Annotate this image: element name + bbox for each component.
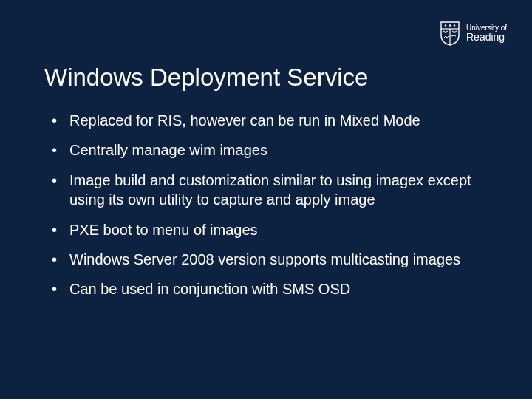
svg-point-2 (445, 24, 446, 26)
svg-point-3 (449, 24, 451, 26)
university-logo: University of Reading (440, 21, 507, 46)
logo-line2: Reading (466, 32, 507, 43)
svg-point-4 (454, 24, 455, 26)
slide-title: Windows Deployment Service (44, 64, 368, 92)
shield-icon (440, 21, 460, 46)
list-item: Image build and customization similar to… (46, 171, 488, 210)
slide: University of Reading Windows Deployment… (0, 0, 532, 399)
list-item: Can be used in conjunction with SMS OSD (46, 279, 488, 299)
list-item: Windows Server 2008 version supports mul… (46, 250, 488, 269)
list-item: Centrally manage wim images (46, 140, 488, 160)
list-item: Replaced for RIS, however can be run in … (46, 111, 488, 130)
logo-text: University of Reading (466, 24, 507, 43)
list-item: PXE boot to menu of images (46, 220, 488, 239)
bullet-list: Replaced for RIS, however can be run in … (46, 111, 488, 310)
